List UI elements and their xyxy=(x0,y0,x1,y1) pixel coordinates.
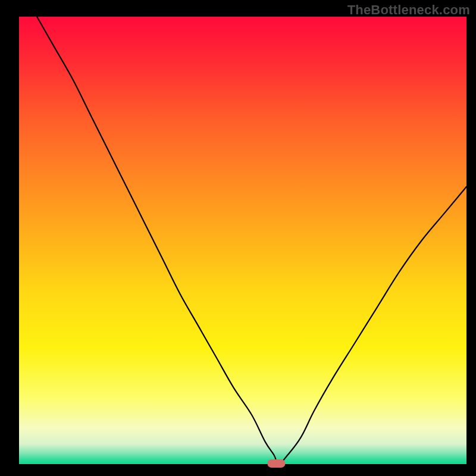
bottleneck-chart xyxy=(0,0,476,476)
watermark-text: TheBottleneck.com xyxy=(347,2,470,18)
chart-frame: TheBottleneck.com xyxy=(0,0,476,476)
optimal-marker xyxy=(267,459,285,468)
plot-background xyxy=(19,17,466,464)
